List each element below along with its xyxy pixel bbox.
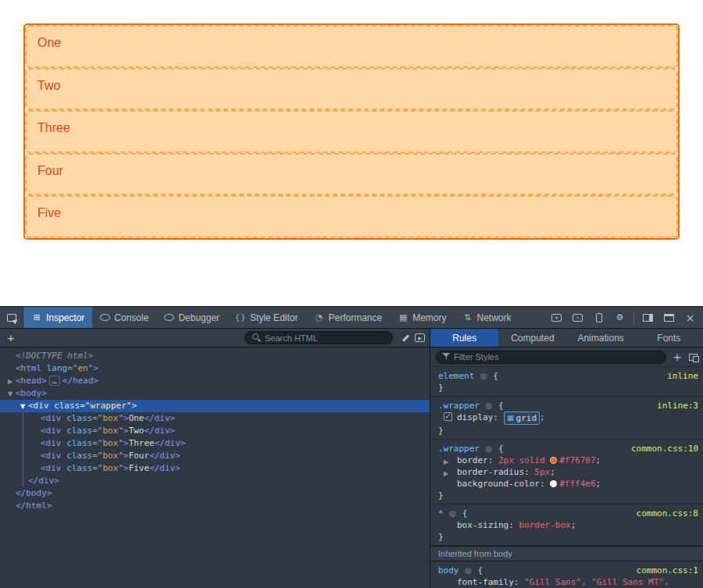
selector-highlighter-icon[interactable]: ◎ (484, 401, 494, 412)
markup-line[interactable]: </div> (0, 475, 430, 487)
tab-debugger[interactable]: Debugger (156, 307, 227, 328)
dock-window-button[interactable] (659, 309, 679, 326)
property-value[interactable]: border-box (519, 520, 570, 530)
tag-name: </div> (149, 451, 180, 461)
toggle-classes-icon[interactable] (689, 354, 698, 361)
color-swatch[interactable] (550, 480, 557, 487)
expander-icon[interactable]: ▼ (5, 388, 16, 401)
css-declaration[interactable]: box-sizing: border-box; (438, 519, 698, 531)
add-node-button[interactable]: + (0, 331, 22, 344)
screenshot-icon: • (573, 314, 583, 322)
property-value[interactable]: #fff4e6 (559, 479, 595, 489)
tab-label: Style Editor (250, 312, 298, 323)
stylesheet-link[interactable]: common.css:8 (637, 508, 698, 519)
tab-style-editor[interactable]: {}Style Editor (227, 307, 305, 328)
markup-line[interactable]: <html lang="en"> (0, 362, 430, 375)
markup-line[interactable]: ▼<body> (0, 387, 430, 400)
element-text: Two (129, 426, 145, 436)
property-name[interactable]: border-radius: (457, 467, 530, 477)
add-rule-icon[interactable]: + (672, 351, 683, 362)
property-name[interactable]: background-color: (457, 479, 545, 489)
sidebar-tab-rules[interactable]: Rules (430, 329, 498, 347)
style-editor-icon: {} (235, 312, 246, 323)
search-input[interactable] (265, 333, 386, 343)
pick-element-button[interactable] (0, 307, 23, 328)
iframe-picker-button[interactable]: ▾ (547, 309, 566, 326)
expander-icon[interactable]: ▶ (5, 376, 16, 388)
sidebar-tab-computed[interactable]: Computed (498, 329, 566, 347)
inspector-icon: ⊞ (31, 312, 42, 323)
rule-selector[interactable]: .wrapper (438, 400, 480, 412)
css-declaration[interactable]: background-color: #fff4e6; (438, 478, 698, 490)
css-declaration[interactable]: font-family: "Gill Sans", "Gill Sans MT"… (438, 576, 698, 588)
search-icon (252, 333, 261, 342)
property-name[interactable]: font-family: (457, 577, 519, 587)
css-declaration[interactable]: ▶border: 2px solid #f76707; (438, 454, 698, 466)
selector-highlighter-icon[interactable]: ◎ (478, 371, 489, 382)
markup-line[interactable]: </html> (0, 500, 430, 512)
color-swatch[interactable] (550, 457, 557, 464)
search-box[interactable] (244, 331, 393, 344)
selector-highlighter-icon[interactable]: ◎ (448, 508, 459, 519)
markup-line[interactable]: ▶<head>…</head> (0, 375, 430, 387)
sidebar-tab-animations[interactable]: Animations (567, 329, 635, 347)
stylesheet-link[interactable]: inline (667, 370, 698, 382)
css-declaration[interactable]: ▶border-radius: 5px; (438, 466, 698, 478)
declaration-checkbox[interactable]: ✓ (444, 412, 452, 421)
tab-label: Inspector (46, 312, 84, 323)
filter-styles-input[interactable] (454, 352, 660, 362)
filter-box[interactable] (436, 351, 666, 364)
demo-box: Three (25, 110, 678, 153)
tag-name: </body> (16, 488, 52, 498)
css-rule: element◎{inline} (430, 367, 703, 397)
responsive-design-button[interactable] (589, 309, 608, 326)
property-name[interactable]: box-sizing: (457, 520, 514, 530)
tab-console[interactable]: Console (92, 307, 156, 328)
dock-side-button[interactable] (638, 309, 658, 326)
markup-line[interactable]: <div class="box">One</div> (0, 412, 430, 425)
stylesheet-link[interactable]: common.css:10 (631, 443, 698, 454)
screenshot-button[interactable]: • (568, 309, 587, 326)
debugger-icon (164, 314, 174, 321)
property-value[interactable]: 2px solid (498, 455, 550, 465)
markup-line[interactable]: ▼<div class="wrapper"> (0, 400, 430, 412)
tab-label: Debugger (178, 312, 219, 323)
eyedropper-icon[interactable] (401, 333, 410, 343)
tag-name: <div (41, 463, 62, 473)
property-value[interactable]: #f76707 (559, 455, 595, 465)
markup-line[interactable]: </body> (0, 487, 430, 500)
play-icon[interactable]: ▶ (415, 333, 425, 342)
markup-line[interactable]: <!DOCTYPE html> (0, 350, 430, 362)
selector-highlighter-icon[interactable]: ◎ (463, 565, 474, 576)
tab-network[interactable]: ⇅Network (455, 307, 519, 328)
tag-name: </div> (155, 438, 186, 448)
attribute-value: box (103, 451, 119, 461)
tab-performance[interactable]: ◔Performance (305, 307, 390, 328)
property-name[interactable]: display: (457, 412, 498, 422)
collapsed-ellipsis-badge[interactable]: … (49, 376, 60, 386)
tag-name: <div (41, 451, 62, 461)
property-value[interactable]: 5px (534, 467, 550, 477)
rule-selector[interactable]: body (438, 565, 459, 576)
selector-highlighter-icon[interactable]: ◎ (484, 444, 494, 454)
stylesheet-link[interactable]: common.css:1 (637, 565, 698, 576)
markup-line[interactable]: <div class="box">Three</div> (0, 437, 430, 450)
rule-selector[interactable]: * (438, 508, 444, 519)
sidebar-tab-fonts[interactable]: Fonts (635, 329, 703, 347)
grid-toggle-badge[interactable]: ▦grid (504, 412, 541, 425)
stylesheet-link[interactable]: inline:3 (657, 400, 698, 412)
devtools-toolbar: ⊞InspectorConsoleDebugger{}Style Editor◔… (0, 307, 703, 329)
tab-memory[interactable]: ▦Memory (390, 307, 454, 328)
inherited-from-header: Inherited from body (430, 546, 703, 561)
rule-selector[interactable]: element (438, 370, 474, 382)
markup-line[interactable]: <div class="box">Five</div> (0, 462, 430, 475)
markup-line[interactable]: <div class="box">Four</div> (0, 450, 430, 462)
expander-icon[interactable]: ▼ (17, 401, 28, 413)
css-declaration[interactable]: ✓display: ▦grid; (438, 412, 698, 425)
rule-selector[interactable]: .wrapper (438, 443, 480, 454)
tab-inspector[interactable]: ⊞Inspector (23, 307, 92, 328)
close-button[interactable]: × (680, 309, 700, 326)
settings-button[interactable]: ⚙ (610, 309, 630, 326)
markup-line[interactable]: <div class="box">Two</div> (0, 425, 430, 437)
property-name[interactable]: border: (457, 455, 493, 465)
